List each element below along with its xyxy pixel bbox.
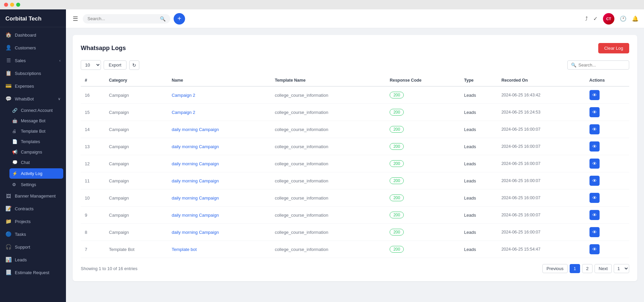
sidebar-item-message-bot[interactable]: 🤖 Message Bot (9, 116, 66, 126)
export-button[interactable]: Export (104, 60, 127, 70)
view-button[interactable]: 👁 (589, 124, 600, 134)
cell-name[interactable]: daily morning Campaign (168, 207, 271, 224)
refresh-button[interactable]: ↻ (129, 60, 139, 70)
page-2-button[interactable]: 2 (582, 264, 593, 273)
sidebar-item-settings[interactable]: ⚙ Settings (9, 179, 66, 190)
cell-name[interactable]: daily morning Campaign (168, 155, 271, 172)
cell-type: Leads (460, 155, 497, 172)
cell-name[interactable]: daily morning Campaign (168, 189, 271, 207)
cell-actions: 👁 (585, 86, 629, 104)
clear-log-button[interactable]: Clear Log (598, 43, 629, 53)
sidebar-item-sales[interactable]: ☰ Sales ‹ (0, 54, 66, 67)
cell-template: college_course_information (271, 207, 386, 224)
view-button[interactable]: 👁 (589, 244, 600, 254)
bell-icon[interactable]: 🔔 (632, 15, 639, 22)
cell-name[interactable]: daily morning Campaign (168, 138, 271, 155)
cell-name[interactable]: Campaign 2 (168, 86, 271, 104)
cell-recorded-on: 2024-06-25 16:00:07 (497, 138, 585, 155)
view-button[interactable]: 👁 (589, 193, 600, 203)
cell-name[interactable]: daily morning Campaign (168, 224, 271, 241)
maximize-button[interactable] (16, 3, 20, 7)
showing-entries: Showing 1 to 10 of 16 entries (81, 266, 137, 271)
page-header: Whatsapp Logs Clear Log (81, 43, 629, 53)
cell-name[interactable]: daily morning Campaign (168, 172, 271, 189)
page-1-button[interactable]: 1 (570, 264, 580, 273)
main-content: Whatsapp Logs Clear Log 10 25 50 100 Exp… (66, 28, 644, 302)
link-icon: 🔗 (12, 108, 17, 113)
cell-actions: 👁 (585, 121, 629, 138)
cell-template: college_course_information (271, 224, 386, 241)
sidebar-item-label: Contracts (15, 206, 61, 211)
per-page-select[interactable]: 10 25 50 100 (81, 60, 101, 70)
view-button[interactable]: 👁 (589, 90, 600, 100)
table-footer: Showing 1 to 10 of 16 entries Previous 1… (81, 264, 629, 273)
sidebar-item-customers[interactable]: 👤 Customers (0, 41, 66, 54)
sidebar-item-whatsbot[interactable]: 💬 WhatsBot ∨ (0, 92, 66, 105)
clock-icon[interactable]: 🕐 (620, 15, 627, 22)
topbar-icons: ⤴ ✓ CT 🕐 🔔 (585, 13, 639, 25)
sidebar-item-label: Leads (15, 257, 61, 262)
sidebar-item-activity-log[interactable]: ⚡ Activity Log (9, 168, 63, 179)
cell-type: Leads (460, 224, 497, 241)
checkmark-icon[interactable]: ✓ (593, 15, 598, 22)
add-button[interactable]: + (174, 13, 185, 25)
sidebar-item-connect-account[interactable]: 🔗 Connect Account (9, 105, 66, 116)
chevron-left-icon: ‹ (59, 58, 61, 62)
cell-recorded-on: 2024-06-25 16:00:07 (497, 189, 585, 207)
view-button[interactable]: 👁 (589, 176, 600, 186)
minimize-button[interactable] (10, 3, 14, 7)
cell-type: Leads (460, 104, 497, 121)
sidebar-item-subscriptions[interactable]: 📋 Subscriptions (0, 67, 66, 80)
view-button[interactable]: 👁 (589, 210, 600, 220)
sidebar-item-templates[interactable]: 📄 Templates (9, 136, 66, 147)
close-button[interactable] (4, 3, 8, 7)
sidebar-item-support[interactable]: 🎧 Support (0, 241, 66, 253)
cell-name[interactable]: daily morning Campaign (168, 121, 271, 138)
cell-type: Leads (460, 207, 497, 224)
sidebar-item-label: Dashboard (15, 33, 61, 38)
table-search-input[interactable] (578, 62, 625, 68)
previous-page-button[interactable]: Previous (542, 264, 568, 273)
topbar: ☰ 🔍 + ⤴ ✓ CT 🕐 🔔 (66, 9, 644, 28)
cell-name[interactable]: Template bot (168, 241, 271, 258)
view-button[interactable]: 👁 (589, 141, 600, 152)
view-button[interactable]: 👁 (589, 107, 600, 117)
page-card: Whatsapp Logs Clear Log 10 25 50 100 Exp… (73, 35, 637, 281)
sidebar-item-estimate-request[interactable]: 📃 Estimate Request (0, 266, 66, 279)
sidebar-item-contracts[interactable]: 📝 Contracts (0, 202, 66, 215)
cell-num: 13 (81, 138, 105, 155)
share-icon[interactable]: ⤴ (585, 16, 588, 22)
cell-num: 8 (81, 224, 105, 241)
view-button[interactable]: 👁 (589, 159, 600, 169)
sidebar-item-projects[interactable]: 📁 Projects (0, 215, 66, 228)
next-page-button[interactable]: Next (595, 264, 612, 273)
table-row: 10 Campaign daily morning Campaign colle… (81, 189, 629, 207)
menu-toggle-icon[interactable]: ☰ (71, 14, 79, 24)
table-row: 15 Campaign Campaign 2 college_course_in… (81, 104, 629, 121)
avatar[interactable]: CT (603, 13, 614, 25)
cell-type: Leads (460, 241, 497, 258)
sidebar-item-label: WhatsBot (15, 96, 55, 101)
col-name: Name (168, 75, 271, 86)
view-button[interactable]: 👁 (589, 227, 600, 237)
sidebar-item-label: Chat (21, 160, 61, 165)
sidebar-item-label: Expenses (15, 84, 61, 89)
sidebar-item-banner-management[interactable]: 🖼 Banner Management (0, 190, 66, 202)
sidebar-item-label: Template Bot (21, 129, 61, 134)
sidebar-item-tasks[interactable]: 🔵 Tasks (0, 228, 66, 241)
cell-category: Campaign (105, 155, 168, 172)
sidebar-item-expenses[interactable]: 💳 Expenses (0, 80, 66, 92)
title-bar (0, 0, 644, 9)
search-input[interactable] (87, 16, 157, 21)
sidebar-item-campaigns[interactable]: 📢 Campaigns (9, 147, 66, 157)
estimate-icon: 📃 (5, 269, 11, 275)
page-jump-select[interactable]: 1 2 (614, 264, 629, 273)
sidebar-item-template-bot[interactable]: 🖨 Template Bot (9, 126, 66, 136)
sidebar-item-dashboard[interactable]: 🏠 Dashboard (0, 29, 66, 41)
cell-name[interactable]: Campaign 2 (168, 104, 271, 121)
cell-template: college_course_information (271, 241, 386, 258)
sidebar-item-chat[interactable]: 💭 Chat (9, 157, 66, 168)
cell-num: 14 (81, 121, 105, 138)
cell-category: Campaign (105, 121, 168, 138)
sidebar-item-leads[interactable]: 📊 Leads (0, 253, 66, 266)
